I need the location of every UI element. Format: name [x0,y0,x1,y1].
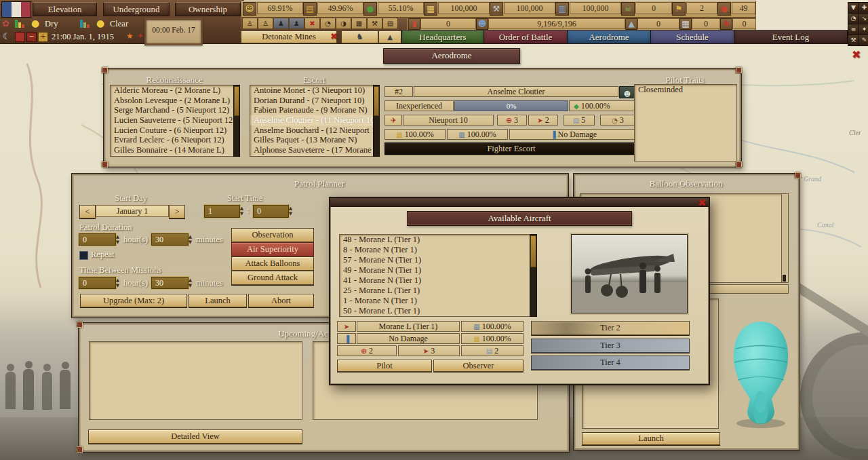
escort-pilot-list[interactable]: Antoine Monet - (3 Nieuport 10) Dorian D… [250,85,380,157]
tier4-button[interactable]: Tier 4 [531,356,690,370]
abort-button[interactable]: Abort [248,294,314,307]
disband-worker-icon[interactable]: ♟ [289,18,304,29]
aircraft-item[interactable]: 48 - Morane L (Tier 1) [340,235,530,245]
depot-icon[interactable]: ▤ [382,18,398,29]
tbm-hour-spinner[interactable]: ▲▼ [115,277,121,288]
nav-schedule[interactable]: Schedule [650,30,734,44]
assign-observer-button[interactable]: Observer [433,360,524,372]
workshop-icon[interactable]: ⚒ [367,18,382,29]
balloon-scrollbar[interactable] [781,193,789,283]
dig-timer-icon[interactable]: ◔ [320,18,336,29]
pilot-traits-list[interactable]: Closeminded [634,84,737,161]
nav-order-of-battle[interactable]: Order of Battle [484,30,568,44]
dialog-close-icon[interactable]: ✖ [698,198,707,208]
list-item[interactable]: Anselme Bouchard - (12 Nieuport 10) [250,126,379,136]
detailed-view-button[interactable]: Detailed View [88,429,302,444]
aircraft-item[interactable]: 57 - Morane N (Tier 1) [340,255,530,265]
start-day-prev-button[interactable]: < [79,205,96,218]
repeat-checkbox[interactable] [79,251,88,260]
mission-air-superiority-button[interactable]: Air Superiority [231,242,314,256]
map-mode-underground[interactable]: Underground [103,2,170,16]
list-item[interactable]: Lucien Sauveterre - (5 Nieuport 12) [111,115,239,126]
tbm-minute-spinner[interactable]: ▲▼ [187,277,193,288]
dig-timer2-icon[interactable]: ◑ [336,18,351,29]
map-mode-elevation[interactable]: Elevation [33,2,97,16]
aircraft-list[interactable]: 48 - Morane L (Tier 1) 8 - Morane N (Tie… [339,234,531,317]
alert-icon[interactable] [15,32,25,42]
ledger-icon[interactable]: ≡ [848,24,859,35]
tier2-button[interactable]: Tier 2 [531,321,690,335]
prison-camp-icon[interactable]: ▦ [351,18,367,29]
spark1-icon[interactable]: ★ [126,31,134,41]
mission-observation-button[interactable]: Observation [231,228,314,242]
list-item[interactable]: Alderic Moreau - (2 Morane L) [111,85,239,96]
list-item[interactable]: Absolon Levesque - (2 Morane L) [111,96,239,106]
event-log-bar[interactable]: Event Log [734,30,848,44]
start-minute-input[interactable]: 0 [253,205,289,218]
pan-icon[interactable]: ↘ [859,13,868,24]
list-item[interactable]: Dorian Durand - (7 Nieuport 10) [250,96,379,106]
tbm-minute-input[interactable]: 30 [151,277,189,289]
tier3-button[interactable]: Tier 3 [531,339,690,353]
aircraft-item[interactable]: 50 - Morane L (Tier 1) [340,306,530,316]
planner-launch-button[interactable]: Launch [189,294,247,307]
spark2-icon[interactable]: ✦ [137,31,144,41]
duration-hour-input[interactable]: 0 [79,233,116,246]
disband-infantry-icon[interactable]: ♟ [273,18,289,29]
aircraft-item[interactable]: 1 - Morane N (Tier 1) [340,296,530,306]
list-item[interactable]: Evrard Leclerc - (6 Nieuport 12) [111,135,239,145]
nav-aerodrome[interactable]: Aerodrome [567,30,651,44]
duration-minute-input[interactable]: 30 [151,233,189,246]
window-close-icon[interactable]: ✖ [852,50,861,60]
duration-minute-spinner[interactable]: ▲▼ [187,234,193,245]
draw-icon[interactable]: ✎ [859,35,868,46]
aircraft-item[interactable]: 41 - Morane N (Tier 1) [340,275,530,286]
speed-plus-button[interactable]: + [38,32,48,42]
speed-minus-button[interactable]: − [26,32,37,42]
duration-hour-spinner[interactable]: ▲▼ [115,234,121,245]
list-item[interactable]: Lucien Couture - (6 Nieuport 12) [111,126,239,136]
aircraft-item[interactable]: 49 - Morane N (Tier 1) [340,265,530,275]
pilot-portrait-button[interactable]: ☻ [619,86,635,98]
recon-pilot-list[interactable]: Alderic Moreau - (2 Morane L) Absolon Le… [110,85,240,157]
select-icon[interactable]: ✦ [859,24,868,35]
filter-icon[interactable]: ▼ [848,2,859,14]
recon-scrollbar[interactable] [233,85,240,157]
list-item[interactable]: Serge Marchand - (5 Nieuport 12) [111,105,239,115]
list-item-selected[interactable]: Anselme Cloutier - (11 Nieuport 10) [250,115,379,126]
assign-pilot-button[interactable]: Pilot [337,360,432,372]
list-item[interactable]: Antoine Monet - (3 Nieuport 10) [250,85,379,96]
trait-item[interactable]: Closeminded [635,85,736,95]
detonate-cancel-icon[interactable]: ✖ [330,31,338,41]
map-mode-ownership[interactable]: Ownership [175,2,241,16]
start-hour-input[interactable]: 1 [204,205,240,218]
start-minute-spinner[interactable]: ▲▼ [288,206,294,216]
terrain-command-button[interactable]: ▲ [378,31,401,43]
nav-headquarters[interactable]: Headquarters [401,30,484,44]
list-item[interactable]: Alphonse Sauveterre - (17 Morane N) [250,145,379,155]
list-item[interactable]: Gilles Bonnaire - (14 Morane L) [111,145,239,155]
detonate-mines-button[interactable]: Detonate Mines [241,31,337,43]
start-hour-spinner[interactable]: ▲▼ [239,206,245,216]
cancel-orders-icon[interactable]: ✖ [304,18,320,29]
list-item[interactable]: Fabien Patenaude - (9 Morane N) [250,105,379,115]
history-icon[interactable]: ◔ [848,13,859,24]
start-day-next-button[interactable]: > [169,205,185,218]
wrench-icon[interactable]: ⚒ [848,35,859,46]
recruit-worker-icon[interactable]: ♙ [258,18,273,29]
aircraft-scrollbar[interactable] [530,234,537,317]
pilot-aircraft-button[interactable]: ✈ [384,115,402,126]
upgrade-button[interactable]: Upgrade (Max: 2) [80,294,187,307]
mission-ground-attack-button[interactable]: Ground Attack [231,271,314,285]
pilot-role-button[interactable]: Fighter Escort [384,142,638,155]
aircraft-item[interactable]: 8 - Morane N (Tier 1) [340,245,530,255]
mission-attack-balloons-button[interactable]: Attack Balloons [231,256,314,271]
recruit-infantry-icon[interactable]: ♙ [242,18,258,29]
escort-scrollbar[interactable] [373,85,380,157]
tbm-hour-input[interactable]: 0 [79,277,116,289]
bird-command-button[interactable]: ♞ [341,31,378,43]
add-icon[interactable]: ✚ [859,2,868,14]
list-item[interactable]: Gilles Paquet - (13 Morane N) [250,135,379,145]
aircraft-item[interactable]: 25 - Morane L (Tier 1) [340,286,530,296]
balloon-launch-button[interactable]: Launch [582,432,720,445]
